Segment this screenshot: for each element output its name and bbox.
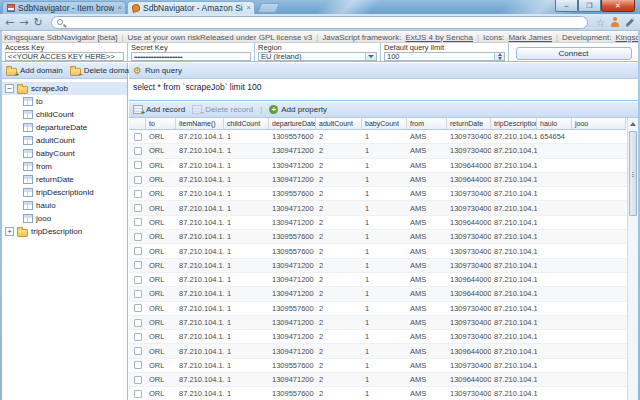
region-select[interactable]: EU (Ireland) bbox=[258, 52, 377, 61]
close-button[interactable]: ✕ bbox=[601, 0, 635, 12]
tree-property-childCount[interactable]: childCount bbox=[2, 108, 127, 121]
access-key-field[interactable]: <<YOUR ACCES KEY HERE>> bbox=[5, 52, 124, 61]
table-row[interactable]: ORL87.210.104.1..1130955760021AMS1309730… bbox=[129, 244, 627, 258]
row-checkbox[interactable] bbox=[134, 304, 142, 312]
tree-property-departureDate[interactable]: departureDate bbox=[2, 121, 127, 134]
row-checkbox[interactable] bbox=[134, 176, 142, 184]
tree-property-returnDate[interactable]: returnDate bbox=[2, 173, 127, 186]
row-checkbox[interactable] bbox=[134, 390, 142, 398]
framework-link[interactable]: ExtJS 4 by Sencha bbox=[405, 33, 473, 42]
row-checkbox[interactable] bbox=[134, 376, 142, 384]
extension-icon[interactable] bbox=[610, 17, 620, 27]
table-row[interactable]: ORL87.210.104.1..1130955760021AMS1309730… bbox=[129, 302, 627, 316]
column-header-returnDate[interactable]: returnDate bbox=[447, 118, 491, 130]
tree-property-tripDescriptionId[interactable]: tripDescriptionId bbox=[2, 186, 127, 199]
tree-domain-scrapeJob[interactable]: −scrapeJob bbox=[2, 82, 127, 95]
tab-close-icon[interactable]: × bbox=[117, 4, 122, 12]
column-header-itemName[interactable]: itemName() bbox=[176, 118, 224, 130]
row-checkbox[interactable] bbox=[134, 233, 142, 241]
table-row[interactable]: ORL87.210.104.1..1130947120021AMS1309644… bbox=[129, 273, 627, 287]
table-row[interactable]: ORL87.210.104.1..1130947120021AMS1309644… bbox=[129, 287, 627, 301]
spinner-down-icon[interactable] bbox=[495, 57, 504, 61]
collapse-icon[interactable]: − bbox=[5, 84, 14, 93]
table-row[interactable]: ORL87.210.104.1..1130955760021AMS1309730… bbox=[129, 359, 627, 373]
back-icon[interactable]: ← bbox=[5, 17, 14, 28]
secret-key-field[interactable]: •••••••••••••••••••••••••••••• bbox=[131, 52, 251, 61]
tree-property-to[interactable]: to bbox=[2, 95, 127, 108]
tree-property-haulo[interactable]: haulo bbox=[2, 199, 127, 212]
column-header-checkbox[interactable] bbox=[129, 118, 146, 130]
row-checkbox[interactable] bbox=[134, 276, 142, 284]
row-checkbox[interactable] bbox=[134, 361, 142, 369]
delete-record-button[interactable]: − Delete record bbox=[192, 105, 253, 114]
row-checkbox[interactable] bbox=[134, 133, 142, 141]
column-header-to[interactable]: to bbox=[146, 118, 176, 130]
scrollbar-thumb[interactable] bbox=[629, 131, 637, 216]
row-checkbox[interactable] bbox=[134, 347, 142, 355]
row-checkbox[interactable] bbox=[134, 161, 142, 169]
row-checkbox[interactable] bbox=[134, 190, 142, 198]
table-row[interactable]: ORL87.210.104.1..1130947120021AMS1309644… bbox=[129, 344, 627, 358]
tree-property-jooo[interactable]: jooo bbox=[2, 212, 127, 225]
table-row[interactable]: ORL87.210.104.1..1130947120021AMS1309730… bbox=[129, 330, 627, 344]
tree-property-babyCount[interactable]: babyCount bbox=[2, 147, 127, 160]
table-row[interactable]: ORL87.210.104.1..1130947120021AMS1309730… bbox=[129, 201, 627, 215]
tree-domain-tripDescription[interactable]: +tripDescription bbox=[2, 225, 127, 238]
vertical-scrollbar[interactable] bbox=[627, 118, 638, 400]
column-header-jooo[interactable]: jooo bbox=[572, 118, 626, 130]
tree-property-from[interactable]: from bbox=[2, 160, 127, 173]
run-query-button[interactable]: ⚙ Run query bbox=[133, 66, 182, 76]
column-header-from[interactable]: from bbox=[407, 118, 447, 130]
table-row[interactable]: ORL87.210.104.1..1130947120021AMS1309730… bbox=[129, 259, 627, 273]
row-checkbox[interactable] bbox=[134, 218, 142, 226]
column-header-childCount[interactable]: childCount bbox=[224, 118, 269, 130]
connect-button[interactable]: Connect bbox=[516, 47, 632, 60]
table-row[interactable]: ORL87.210.104.1..1130955760021AMS1309730… bbox=[129, 230, 627, 244]
column-header-haulo[interactable]: haulo bbox=[537, 118, 572, 130]
table-row[interactable]: ORL87.210.104.1..1130947120021AMS1309730… bbox=[129, 316, 627, 330]
tab-amazon-simpledb[interactable]: SdbNavigator - Amazon Sim × bbox=[127, 1, 255, 14]
icons-author-link[interactable]: Mark James bbox=[508, 33, 552, 42]
row-checkbox[interactable] bbox=[134, 204, 142, 212]
table-row[interactable]: ORL87.210.104.1..1130947120021AMS1309644… bbox=[129, 216, 627, 230]
column-header-adultCount[interactable]: adultCount bbox=[316, 118, 362, 130]
column-header-tripDescriptionId[interactable]: tripDescriptionId bbox=[491, 118, 537, 130]
tab-item-browser[interactable]: SdbNavigator - Item brows × bbox=[2, 1, 126, 14]
row-checkbox[interactable] bbox=[134, 333, 142, 341]
row-checkbox[interactable] bbox=[134, 319, 142, 327]
address-bar[interactable] bbox=[51, 16, 588, 29]
table-row[interactable]: ORL87.210.104.1..1130947120021AMS1309644… bbox=[129, 373, 627, 387]
forward-icon[interactable]: → bbox=[19, 17, 28, 28]
delete-domain-button[interactable]: − Delete domain bbox=[70, 66, 136, 76]
query-limit-field[interactable]: 100 bbox=[384, 52, 505, 61]
add-record-button[interactable]: + Add record bbox=[133, 105, 185, 114]
add-domain-button[interactable]: + Add domain bbox=[6, 66, 63, 76]
table-row[interactable]: ORL87.210.104.1..1130955760021AMS1309730… bbox=[129, 387, 627, 400]
development-link[interactable]: Kingsquare bbox=[615, 33, 640, 42]
expand-icon[interactable]: + bbox=[5, 227, 14, 236]
scroll-up-icon[interactable] bbox=[628, 118, 638, 129]
table-row[interactable]: ORL87.210.104.1..1130947120021AMS1309644… bbox=[129, 173, 627, 187]
row-checkbox[interactable] bbox=[134, 261, 142, 269]
column-header-babyCount[interactable]: babyCount bbox=[362, 118, 407, 130]
row-checkbox[interactable] bbox=[134, 290, 142, 298]
bookmark-star-icon[interactable]: ☆ bbox=[596, 17, 605, 28]
column-header-departureDate[interactable]: departureDate bbox=[269, 118, 316, 130]
tab-close-icon[interactable]: × bbox=[246, 4, 251, 12]
reload-icon[interactable]: ↻ bbox=[33, 17, 42, 28]
tree-property-adultCount[interactable]: adultCount bbox=[2, 134, 127, 147]
table-row[interactable]: ORL87.210.104.1..1130955760021AMS1309730… bbox=[129, 187, 627, 201]
row-checkbox[interactable] bbox=[134, 147, 142, 155]
minimize-button[interactable]: – bbox=[555, 0, 578, 12]
table-row[interactable]: ORL87.210.104.1..1130947120021AMS1309644… bbox=[129, 159, 627, 173]
chevron-down-icon[interactable] bbox=[365, 53, 376, 60]
query-input[interactable]: select * from `scrapeJob` limit 100 bbox=[129, 80, 638, 101]
row-checkbox[interactable] bbox=[134, 247, 142, 255]
add-property-button[interactable]: + Add property bbox=[269, 105, 327, 114]
maximize-button[interactable]: ❐ bbox=[578, 0, 601, 12]
table-row[interactable]: ORL87.210.104.1..1130947120021AMS1309730… bbox=[129, 144, 627, 158]
wrench-menu-icon[interactable] bbox=[625, 17, 635, 27]
new-tab-button[interactable] bbox=[257, 3, 280, 13]
table-row[interactable]: ORL87.210.104.1..1130955760021AMS1309730… bbox=[129, 130, 627, 144]
titlebar[interactable]: SdbNavigator - Item brows × SdbNavigator… bbox=[0, 0, 640, 14]
